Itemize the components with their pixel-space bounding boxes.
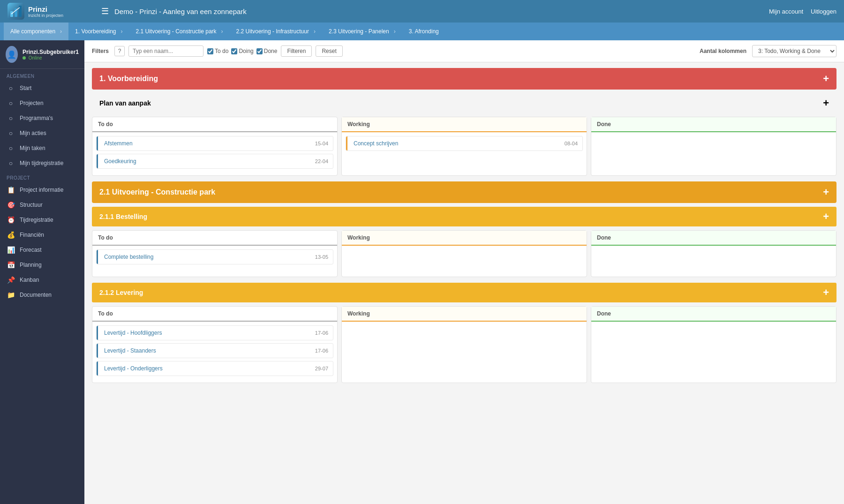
filter-button[interactable]: Filteren: [281, 45, 312, 57]
card-title-concept-schrijven[interactable]: Concept schrijven: [351, 140, 398, 147]
kanban-col-header-working: Working: [342, 117, 587, 132]
sidebar-item-documenten[interactable]: 📁 Documenten: [0, 287, 84, 302]
card-date-complete-bestelling: 13-05: [315, 254, 328, 260]
hamburger-icon[interactable]: ☰: [101, 6, 109, 16]
sidebar-item-forecast[interactable]: 📊 Forecast: [0, 242, 84, 257]
kanban-col-header-todo: To do: [92, 231, 337, 246]
kolommen-select[interactable]: 3: Todo, Working & Done: [752, 45, 836, 57]
sidebar-section-label: Algemeen: [0, 69, 84, 81]
reset-button[interactable]: Reset: [316, 45, 342, 57]
filter-done-checkbox[interactable]: Done: [256, 48, 278, 54]
section-header-constructie[interactable]: 2.1 Uitvoering - Constructie park +: [92, 181, 836, 203]
filter-doing-checkbox[interactable]: Doing: [231, 48, 253, 54]
card-date-levertijd-hoofdliggers: 17-06: [315, 330, 328, 336]
sidebar-icon-mijn-tijdregistratie: ○: [7, 159, 15, 167]
kanban-col-header-working: Working: [342, 231, 587, 246]
sidebar-item-programmas[interactable]: ○ Programma's: [0, 111, 84, 126]
kanban-card-afstemmen: Afstemmen 15-04: [96, 136, 333, 151]
kanban-col-plan-van-aanpak-todo: To doAfstemmen 15-04Goedkeuring 22-04: [92, 117, 338, 176]
filter-checkbox-group: To do Doing Done: [207, 48, 277, 54]
sidebar-item-label-structuur: Structuur: [20, 202, 43, 208]
kanban-col-levering-done: Done: [591, 306, 836, 383]
kanban-col-levering-working: Working: [341, 306, 587, 383]
kanban-col-body-plan-van-aanpak-todo: Afstemmen 15-04Goedkeuring 22-04: [92, 132, 337, 175]
nav-tab-infrastructuur[interactable]: 2.2 Uitvoering - Infrastructuur: [230, 23, 322, 40]
nav-tab-constructie[interactable]: 2.1 Uitvoering - Constructie park: [129, 23, 229, 40]
filter-search-input[interactable]: [128, 45, 203, 57]
sidebar-icon-mijn-taken: ○: [7, 144, 15, 152]
brand-name: Prinzi: [28, 5, 63, 13]
logo-text: Prinzi Inzicht in projecten: [28, 5, 63, 18]
top-header: Prinzi Inzicht in projecten ☰ Demo - Pri…: [0, 0, 844, 23]
section-add-voorbereiding[interactable]: +: [823, 73, 829, 85]
filter-help-button[interactable]: ?: [114, 46, 125, 56]
subsection-header-levering[interactable]: 2.1.2 Levering +: [92, 283, 836, 302]
nav-tab-alle[interactable]: Alle componenten: [4, 23, 68, 40]
kanban-card-levertijd-onderliggers: Levertijd - Onderliggers 29-07: [96, 361, 333, 376]
kanban-col-header-todo: To do: [92, 307, 337, 322]
nav-tab-voorbereiding[interactable]: 1. Voorbereiding: [68, 23, 129, 40]
header-left: Prinzi Inzicht in projecten ☰ Demo - Pri…: [8, 3, 247, 20]
nav-tab-panelen[interactable]: 2.3 Uitvoering - Panelen: [322, 23, 402, 40]
section-add-constructie[interactable]: +: [823, 186, 829, 198]
sidebar-icon-start: ○: [7, 84, 15, 92]
sidebar-item-planning[interactable]: 📅 Planning: [0, 257, 84, 272]
subsection-add-bestelling[interactable]: +: [823, 211, 829, 223]
sidebar-item-mijn-tijdregistratie[interactable]: ○ Mijn tijdregistratie: [0, 156, 84, 171]
sidebar-icon-structuur: 🎯: [7, 201, 15, 209]
subsection-title-levering: 2.1.2 Levering: [99, 289, 143, 296]
sidebar-icon-planning: 📅: [7, 261, 15, 269]
sidebar-item-label-tijdregistratie: Tijdregistratie: [20, 217, 53, 223]
kanban-col-header-done: Done: [591, 307, 836, 322]
sidebar-item-mijn-acties[interactable]: ○ Mijn acties: [0, 126, 84, 141]
sidebar-item-project-informatie[interactable]: 📋 Project informatie: [0, 182, 84, 197]
kanban-area: 1. Voorbereiding +Plan van aanpak +To do…: [84, 62, 844, 504]
sidebar-item-structuur[interactable]: 🎯 Structuur: [0, 197, 84, 212]
card-title-levertijd-hoofdliggers[interactable]: Levertijd - Hoofdliggers: [101, 330, 162, 336]
kanban-col-bestelling-done: Done: [591, 230, 836, 277]
kanban-columns-plan-van-aanpak: To doAfstemmen 15-04Goedkeuring 22-04Wor…: [92, 117, 836, 176]
nav-tab-afronding[interactable]: 3. Afronding: [402, 23, 450, 40]
sidebar-item-label-projecten: Projecten: [20, 100, 44, 106]
sidebar-item-tijdregistratie[interactable]: ⏰ Tijdregistratie: [0, 212, 84, 227]
sidebar-icon-kanban: 📌: [7, 276, 15, 284]
svg-rect-2: [19, 6, 22, 17]
kanban-card-levertijd-staanders: Levertijd - Staanders 17-06: [96, 343, 333, 358]
subsection-header-plan-van-aanpak[interactable]: Plan van aanpak +: [92, 93, 836, 113]
subsection-add-levering[interactable]: +: [823, 286, 829, 299]
card-title-levertijd-onderliggers[interactable]: Levertijd - Onderliggers: [101, 365, 163, 372]
section-title-voorbereiding: 1. Voorbereiding: [99, 75, 158, 83]
card-date-levertijd-staanders: 17-06: [315, 348, 328, 354]
sidebar-item-start[interactable]: ○ Start: [0, 81, 84, 96]
page-title: Demo - Prinzi - Aanleg van een zonnepark: [114, 8, 247, 15]
sidebar-item-projecten[interactable]: ○ Projecten: [0, 96, 84, 111]
subsection-add-plan-van-aanpak[interactable]: +: [823, 97, 829, 109]
content-area: Filters ? To do Doing Done Filteren Rese…: [84, 40, 844, 504]
sidebar-item-mijn-taken[interactable]: ○ Mijn taken: [0, 141, 84, 156]
sidebar: 👤 Prinzi.Subgebruiker1 Online Algemeen○ …: [0, 40, 84, 504]
card-title-goedkeuring[interactable]: Goedkeuring: [101, 158, 136, 165]
account-link[interactable]: Mijn account: [769, 8, 803, 15]
main-layout: 👤 Prinzi.Subgebruiker1 Online Algemeen○ …: [0, 40, 844, 504]
kanban-col-body-levering-done: [591, 322, 836, 329]
card-title-complete-bestelling[interactable]: Complete bestelling: [101, 254, 153, 260]
filter-todo-checkbox[interactable]: To do: [207, 48, 228, 54]
tagline: Inzicht in projecten: [28, 13, 63, 18]
kanban-col-bestelling-working: Working: [341, 230, 587, 277]
kanban-col-header-done: Done: [591, 231, 836, 246]
card-title-levertijd-staanders[interactable]: Levertijd - Staanders: [101, 347, 156, 354]
section-header-voorbereiding[interactable]: 1. Voorbereiding +: [92, 68, 836, 90]
sidebar-item-financien[interactable]: 💰 Financiën: [0, 227, 84, 242]
sidebar-nav: Algemeen○ Start○ Projecten○ Programma's○…: [0, 69, 84, 302]
subsection-header-bestelling[interactable]: 2.1.1 Bestelling +: [92, 207, 836, 226]
sidebar-item-kanban[interactable]: 📌 Kanban: [0, 272, 84, 287]
kanban-col-body-bestelling-working: [342, 246, 587, 253]
sidebar-icon-programmas: ○: [7, 114, 15, 122]
sidebar-section-label: Project: [0, 171, 84, 182]
card-title-afstemmen[interactable]: Afstemmen: [101, 140, 133, 147]
filter-bar: Filters ? To do Doing Done Filteren Rese…: [84, 40, 844, 62]
sidebar-item-label-kanban: Kanban: [20, 277, 39, 283]
kanban-card-concept-schrijven: Concept schrijven 08-04: [346, 136, 583, 151]
logout-link[interactable]: Uitloggen: [811, 8, 836, 15]
logo-area: Prinzi Inzicht in projecten: [8, 3, 92, 20]
